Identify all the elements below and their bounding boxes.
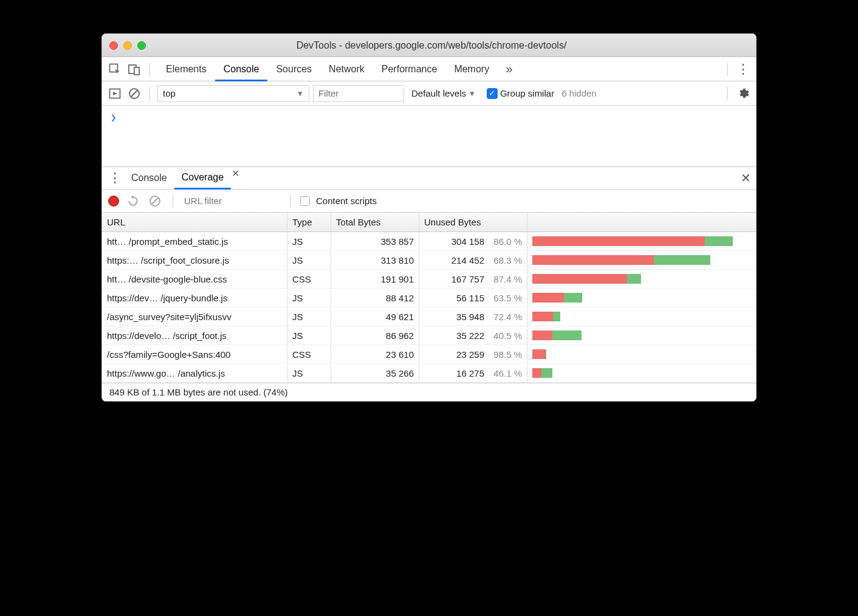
svg-line-5 xyxy=(131,90,138,97)
hidden-count[interactable]: 6 hidden xyxy=(561,88,597,98)
column-header-url[interactable]: URL xyxy=(102,213,287,231)
close-tab-icon[interactable]: × xyxy=(228,166,243,190)
tab-sources[interactable]: Sources xyxy=(267,57,320,81)
titlebar: DevTools - developers.google.com/web/too… xyxy=(102,34,756,57)
drawer-tab-console[interactable]: Console xyxy=(124,166,174,190)
inspect-element-icon[interactable] xyxy=(107,61,123,77)
cell-type: CSS xyxy=(287,345,331,363)
clear-coverage-icon[interactable] xyxy=(147,193,163,209)
window-title: DevTools - developers.google.com/web/too… xyxy=(114,40,749,51)
cell-url: https://develo… /script_foot.js xyxy=(102,326,287,344)
context-label: top xyxy=(163,88,176,98)
cell-url: htt… /devsite-google-blue.css xyxy=(102,270,287,288)
table-row[interactable]: /async_survey?site=ylj5ifxusvvJS49 62135… xyxy=(102,307,756,326)
coverage-table-header: URL Type Total Bytes Unused Bytes xyxy=(102,213,756,232)
cell-bar xyxy=(527,364,756,382)
cell-total: 23 610 xyxy=(331,345,419,363)
execution-mode-icon[interactable] xyxy=(107,86,123,101)
cell-total: 35 266 xyxy=(331,364,419,382)
cell-total: 86 962 xyxy=(331,326,419,344)
cell-bar xyxy=(527,345,756,363)
more-options-icon[interactable]: ⋮ xyxy=(735,61,751,77)
table-row[interactable]: htt… /devsite-google-blue.cssCSS191 9011… xyxy=(102,270,756,289)
cell-url: https:… /script_foot_closure.js xyxy=(102,251,287,269)
cell-unused: 304 15886.0 % xyxy=(419,232,527,250)
cell-type: CSS xyxy=(287,270,331,288)
table-row[interactable]: https:… /script_foot_closure.jsJS313 810… xyxy=(102,251,756,270)
table-row[interactable]: https://www.go… /analytics.jsJS35 26616 … xyxy=(102,364,756,383)
cell-type: JS xyxy=(287,364,331,382)
tab-performance[interactable]: Performance xyxy=(373,57,446,81)
cell-url: /css?family=Google+Sans:400 xyxy=(102,345,287,363)
column-header-total[interactable]: Total Bytes xyxy=(331,213,419,231)
console-settings-icon[interactable] xyxy=(735,86,751,101)
divider xyxy=(290,194,290,208)
chevron-down-icon: ▼ xyxy=(468,89,476,98)
cell-unused: 35 94872.4 % xyxy=(419,307,527,326)
reload-icon[interactable] xyxy=(125,193,141,209)
checkbox-checked-icon: ✓ xyxy=(487,88,498,99)
svg-rect-2 xyxy=(134,67,139,75)
cell-unused: 23 25998.5 % xyxy=(419,345,527,363)
column-header-viz[interactable] xyxy=(527,213,756,231)
divider xyxy=(149,63,150,76)
cell-url: https://www.go… /analytics.js xyxy=(102,364,287,382)
cell-type: JS xyxy=(287,289,331,307)
table-row[interactable]: htt… /prompt_embed_static.jsJS353 857304… xyxy=(102,232,756,251)
tab-memory[interactable]: Memory xyxy=(445,57,498,81)
url-filter-input[interactable] xyxy=(183,193,280,208)
console-input-area[interactable]: ❯ xyxy=(102,106,756,166)
group-similar-toggle[interactable]: ✓ Group similar xyxy=(483,88,558,99)
table-row[interactable]: https://dev… /jquery-bundle.jsJS88 41256… xyxy=(102,289,756,307)
cell-unused: 35 22240.5 % xyxy=(419,326,527,344)
content-scripts-label: Content scripts xyxy=(316,196,377,206)
table-row[interactable]: /css?family=Google+Sans:400CSS23 61023 2… xyxy=(102,345,756,364)
toggle-device-icon[interactable] xyxy=(126,61,142,77)
context-selector[interactable]: top ▼ xyxy=(157,85,309,102)
console-toolbar: top ▼ Default levels ▼ ✓ Group similar 6… xyxy=(102,81,756,106)
cell-type: JS xyxy=(287,307,331,326)
log-levels-selector[interactable]: Default levels ▼ xyxy=(408,88,479,98)
cell-total: 313 810 xyxy=(331,251,419,269)
svg-line-7 xyxy=(151,197,159,205)
cell-unused: 167 75787.4 % xyxy=(419,270,527,288)
cell-bar xyxy=(527,251,756,269)
cell-type: JS xyxy=(287,251,331,269)
record-button[interactable] xyxy=(108,196,119,207)
chevron-down-icon: ▼ xyxy=(297,89,304,98)
drawer-tab-strip: ⋮ ConsoleCoverage× ✕ xyxy=(102,166,756,190)
cell-bar xyxy=(527,307,756,326)
tab-network[interactable]: Network xyxy=(320,57,373,81)
tabs-overflow-button[interactable]: » xyxy=(501,61,517,77)
cell-unused: 214 45268.3 % xyxy=(419,251,527,269)
cell-url: https://dev… /jquery-bundle.js xyxy=(102,289,287,307)
tab-console[interactable]: Console xyxy=(215,57,268,81)
content-scripts-checkbox[interactable] xyxy=(300,196,310,206)
tab-elements[interactable]: Elements xyxy=(157,57,215,81)
drawer-more-icon[interactable]: ⋮ xyxy=(107,170,123,186)
console-filter-input[interactable] xyxy=(313,85,404,102)
drawer-tab-coverage[interactable]: Coverage xyxy=(174,166,231,190)
clear-console-icon[interactable] xyxy=(126,86,142,101)
coverage-summary: 849 KB of 1.1 MB bytes are not used. (74… xyxy=(102,383,756,401)
divider xyxy=(173,194,173,208)
coverage-table-body: htt… /prompt_embed_static.jsJS353 857304… xyxy=(102,232,756,383)
cell-type: JS xyxy=(287,326,331,344)
column-header-unused[interactable]: Unused Bytes xyxy=(419,213,527,231)
cell-type: JS xyxy=(287,232,331,250)
cell-total: 88 412 xyxy=(331,289,419,307)
cell-url: /async_survey?site=ylj5ifxusvv xyxy=(102,307,287,326)
divider xyxy=(149,87,150,100)
close-drawer-button[interactable]: ✕ xyxy=(741,171,751,185)
cell-total: 353 857 xyxy=(331,232,419,250)
cell-total: 49 621 xyxy=(331,307,419,326)
prompt-icon: ❯ xyxy=(111,112,117,123)
cell-unused: 16 27546.1 % xyxy=(419,364,527,382)
cell-total: 191 901 xyxy=(331,270,419,288)
cell-bar xyxy=(527,326,756,344)
main-tab-strip: ElementsConsoleSourcesNetworkPerformance… xyxy=(102,57,756,81)
table-row[interactable]: https://develo… /script_foot.jsJS86 9623… xyxy=(102,326,756,345)
column-header-type[interactable]: Type xyxy=(287,213,331,231)
divider xyxy=(727,87,728,100)
devtools-window: DevTools - developers.google.com/web/too… xyxy=(101,33,757,402)
